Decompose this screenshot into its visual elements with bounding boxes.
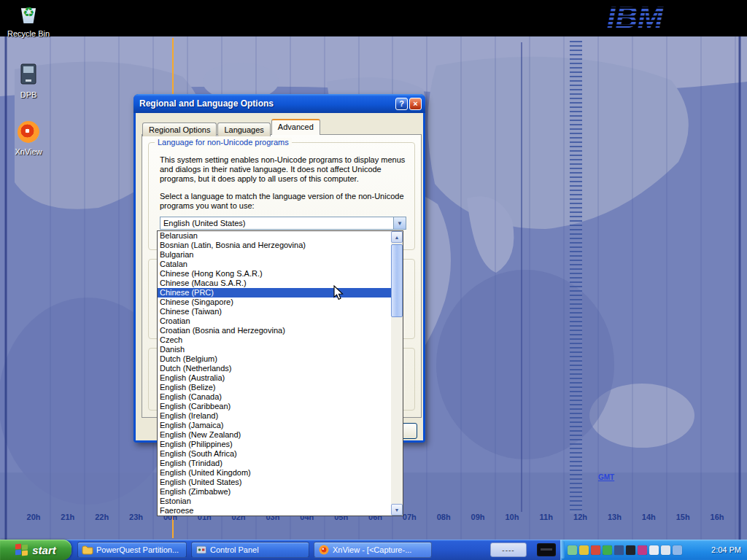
language-option[interactable]: Chinese (PRC) bbox=[158, 288, 391, 298]
taskbar-button-control-panel[interactable]: Control Panel bbox=[191, 542, 309, 558]
language-option[interactable]: Chinese (Hong Kong S.A.R.) bbox=[158, 269, 391, 279]
dialog-title: Regional and Language Options bbox=[139, 98, 394, 109]
start-label: start bbox=[32, 544, 56, 556]
taskbar-button-powerquest[interactable]: PowerQuest Partition... bbox=[77, 542, 187, 558]
ibm-logo: IBM bbox=[603, 0, 690, 36]
language-combobox[interactable]: English (United States) ▼ bbox=[160, 217, 406, 230]
hour-label: 22h bbox=[95, 513, 109, 521]
hour-label: 10h bbox=[505, 513, 519, 521]
hour-label: 09h bbox=[471, 513, 485, 521]
language-option[interactable]: English (New Zealand) bbox=[158, 430, 391, 440]
icon-label: XnView bbox=[3, 147, 54, 156]
group-title: Language for non-Unicode programs bbox=[155, 138, 292, 147]
language-list: BelarusianBosnian (Latin, Bosnia and Her… bbox=[158, 231, 391, 516]
scroll-up-button[interactable]: ▲ bbox=[391, 231, 403, 243]
recycle-bin-icon: ♻ bbox=[18, 3, 39, 25]
dropdown-scrollbar[interactable]: ▲ ▼ bbox=[391, 231, 403, 516]
start-button[interactable]: start bbox=[0, 540, 71, 560]
dialog-titlebar[interactable]: Regional and Language Options ? × bbox=[133, 94, 425, 113]
scrollbar-thumb[interactable] bbox=[391, 244, 403, 317]
tab-advanced[interactable]: Advanced bbox=[271, 119, 320, 135]
tab-strip: Regional Options Languages Advanced bbox=[142, 119, 321, 135]
taskbar-black-tool-icon[interactable] bbox=[537, 543, 556, 556]
language-option[interactable]: English (South Africa) bbox=[158, 449, 391, 459]
language-option[interactable]: Czech bbox=[158, 335, 391, 345]
tray-icon-8[interactable] bbox=[649, 545, 659, 555]
tray-icon-4[interactable] bbox=[603, 545, 612, 555]
system-tray: 2:04 PM bbox=[560, 540, 747, 560]
drive-icon bbox=[16, 63, 41, 89]
language-option[interactable]: English (Ireland) bbox=[158, 411, 391, 421]
tray-icons bbox=[568, 545, 682, 555]
language-option[interactable]: English (Trinidad) bbox=[158, 459, 391, 468]
desktop-icon-recycle-bin[interactable]: ♻ Recycle Bin bbox=[3, 3, 54, 38]
language-option[interactable]: English (United States) bbox=[158, 478, 391, 487]
tab-languages[interactable]: Languages bbox=[217, 122, 270, 136]
language-option[interactable]: Croatian (Bosnia and Herzegovina) bbox=[158, 326, 391, 335]
taskbar: start PowerQuest Partition... Control Pa… bbox=[0, 540, 747, 560]
hour-label: 13h bbox=[608, 513, 622, 521]
language-option[interactable]: Chinese (Singapore) bbox=[158, 298, 391, 307]
combobox-value: English (United States) bbox=[160, 219, 393, 228]
tray-divider bbox=[561, 541, 565, 559]
combobox-dropdown-button[interactable]: ▼ bbox=[393, 217, 406, 229]
desktop-icon-dpb[interactable]: DPB bbox=[3, 63, 54, 99]
taskbar-button-xnview[interactable]: XnView - [<Capture-... bbox=[314, 542, 432, 558]
language-dropdown-list: BelarusianBosnian (Latin, Bosnia and Her… bbox=[157, 230, 403, 516]
language-option[interactable]: English (Belize) bbox=[158, 383, 391, 392]
language-option[interactable]: English (Zimbabwe) bbox=[158, 487, 391, 497]
tray-icon-6[interactable] bbox=[626, 545, 635, 555]
tray-icon-7[interactable] bbox=[638, 545, 647, 555]
mouse-cursor bbox=[333, 285, 344, 300]
language-option[interactable]: Chinese (Macau S.A.R.) bbox=[158, 279, 391, 288]
hour-label: 23h bbox=[129, 513, 143, 521]
tray-icon-9[interactable] bbox=[661, 545, 670, 555]
help-button[interactable]: ? bbox=[395, 98, 408, 110]
scroll-down-button[interactable]: ▼ bbox=[391, 504, 403, 516]
hour-label: 16h bbox=[711, 513, 724, 521]
description-text: This system setting enables non-Unicode … bbox=[160, 155, 411, 184]
language-option[interactable]: Catalan bbox=[158, 260, 391, 269]
svg-text:IBM: IBM bbox=[607, 0, 664, 34]
language-option[interactable]: Belarusian bbox=[158, 231, 391, 241]
task-label: Control Panel bbox=[210, 545, 259, 554]
tray-icon-3[interactable] bbox=[591, 545, 600, 555]
windows-logo-icon bbox=[15, 544, 28, 556]
language-option[interactable]: English (Philippines) bbox=[158, 440, 391, 449]
instruction-text: Select a language to match the language … bbox=[160, 192, 411, 211]
tray-icon-2[interactable] bbox=[579, 545, 589, 555]
language-option[interactable]: Faeroese bbox=[158, 506, 391, 516]
gmt-label: GMT bbox=[598, 473, 614, 481]
xnview-icon bbox=[18, 121, 39, 143]
language-option[interactable]: English (United Kingdom) bbox=[158, 468, 391, 478]
taskbar-mini-button[interactable]: ---- bbox=[490, 542, 527, 557]
language-option[interactable]: English (Canada) bbox=[158, 392, 391, 402]
taskbar-clock[interactable]: 2:04 PM bbox=[711, 540, 741, 560]
hour-label: 07h bbox=[403, 513, 417, 521]
folder-icon bbox=[82, 545, 93, 555]
task-label: PowerQuest Partition... bbox=[96, 545, 179, 554]
tray-icon-1[interactable] bbox=[568, 545, 577, 555]
language-option[interactable]: English (Caribbean) bbox=[158, 402, 391, 411]
language-option[interactable]: Bulgarian bbox=[158, 250, 391, 260]
tab-regional-options[interactable]: Regional Options bbox=[142, 122, 217, 136]
language-option[interactable]: Croatian bbox=[158, 316, 391, 326]
language-option[interactable]: English (Australia) bbox=[158, 373, 391, 383]
language-option[interactable]: Bosnian (Latin, Bosnia and Herzegovina) bbox=[158, 241, 391, 250]
desktop: 20h21h22h23h00h01h02h03h04h05h06h07h08h0… bbox=[0, 0, 747, 560]
language-option[interactable]: Dutch (Netherlands) bbox=[158, 364, 391, 373]
close-button[interactable]: × bbox=[409, 98, 422, 110]
tray-icon-10[interactable] bbox=[673, 545, 682, 555]
language-option[interactable]: Danish bbox=[158, 345, 391, 354]
hour-label: 08h bbox=[437, 513, 451, 521]
hour-label: 21h bbox=[61, 513, 74, 521]
language-option[interactable]: Dutch (Belgium) bbox=[158, 354, 391, 364]
language-option[interactable]: Estonian bbox=[158, 497, 391, 506]
language-option[interactable]: English (Jamaica) bbox=[158, 421, 391, 430]
tray-icon-5[interactable] bbox=[614, 545, 624, 555]
language-option[interactable]: Chinese (Taiwan) bbox=[158, 307, 391, 316]
hour-label: 11h bbox=[540, 513, 553, 521]
timezone-hatch-band bbox=[570, 41, 582, 513]
icon-label: Recycle Bin bbox=[3, 29, 54, 38]
desktop-icon-xnview[interactable]: XnView bbox=[3, 121, 54, 156]
